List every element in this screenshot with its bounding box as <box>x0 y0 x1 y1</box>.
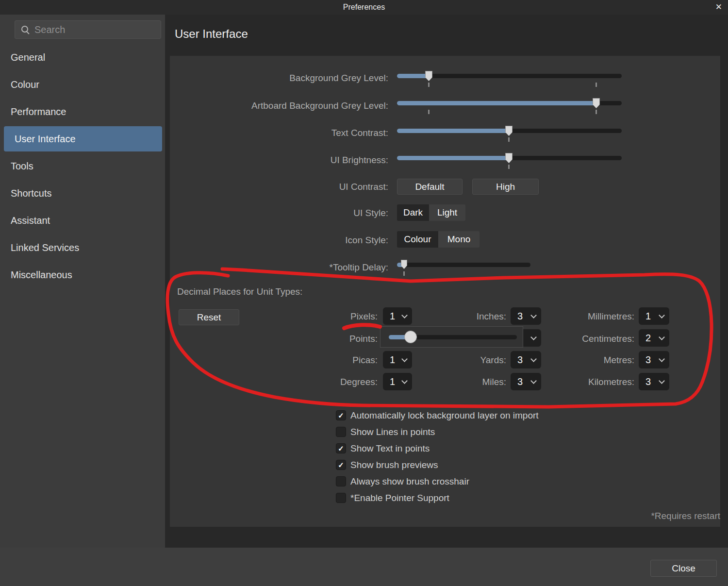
chevron-down-icon <box>530 312 537 318</box>
chevron-down-icon <box>659 356 665 362</box>
points-label: Points: <box>272 334 378 344</box>
title-bar: Preferences ✕ <box>0 0 728 15</box>
sidebar: Search General Colour Performance User I… <box>0 15 165 548</box>
footer-bar <box>0 548 728 586</box>
sidebar-item-user-interface[interactable]: User Interface <box>4 126 162 151</box>
checkbox-label: Automatically lock background layer on i… <box>350 410 539 421</box>
picas-label: Picas: <box>272 355 378 366</box>
checkbox-show-text-in-points[interactable]: ✓ <box>336 443 346 453</box>
ui-contrast-label: UI Contrast: <box>175 182 388 192</box>
millimetres-label: Millimetres: <box>544 311 634 322</box>
slider-default-tick <box>596 110 597 114</box>
ui-brightness-label: UI Brightness: <box>175 155 388 166</box>
centimetres-dropdown[interactable]: 2 <box>639 329 669 347</box>
chevron-down-icon <box>530 378 537 384</box>
inches-dropdown[interactable]: 3 <box>511 307 541 325</box>
ui-contrast-default-button[interactable]: Default <box>397 179 463 195</box>
page-title: User Interface <box>175 27 248 41</box>
slider-default-tick <box>596 83 597 87</box>
chevron-down-icon <box>401 356 408 362</box>
sidebar-item-colour[interactable]: Colour <box>0 71 165 98</box>
checkbox-lock-background-layer[interactable]: ✓ <box>336 410 346 420</box>
chevron-down-icon <box>401 312 408 318</box>
sidebar-item-tools[interactable]: Tools <box>0 152 165 180</box>
degrees-dropdown[interactable]: 1 <box>383 373 412 390</box>
icon-style-colour-segment[interactable]: Colour <box>397 231 438 248</box>
sidebar-item-general[interactable]: General <box>0 44 165 71</box>
degrees-label: Degrees: <box>272 377 378 387</box>
background-grey-level-label: Background Grey Level: <box>175 73 388 84</box>
pixels-label: Pixels: <box>272 311 378 322</box>
chevron-down-icon <box>401 378 408 384</box>
sidebar-item-linked-services[interactable]: Linked Services <box>0 234 165 261</box>
metres-dropdown[interactable]: 3 <box>639 351 669 368</box>
window-title: Preferences <box>343 3 385 12</box>
decimal-places-title: Decimal Places for Unit Types: <box>177 286 371 297</box>
metres-label: Metres: <box>544 355 634 366</box>
inches-label: Inches: <box>417 311 506 322</box>
checkbox-enable-pointer-support[interactable] <box>336 493 346 503</box>
kilometres-label: Kilometres: <box>544 377 634 387</box>
chevron-down-icon <box>530 356 537 362</box>
slider-default-tick <box>428 110 430 114</box>
points-slider-handle[interactable] <box>404 331 417 343</box>
artboard-grey-level-label: Artboard Background Grey Level: <box>175 100 388 111</box>
artboard-grey-level-slider[interactable] <box>397 101 622 105</box>
icon-style-mono-segment[interactable]: Mono <box>438 231 480 248</box>
tooltip-delay-slider[interactable] <box>397 263 530 267</box>
checkbox-show-brush-previews[interactable]: ✓ <box>336 460 346 470</box>
slider-default-tick <box>508 165 510 169</box>
text-contrast-label: Text Contrast: <box>175 128 388 138</box>
yards-dropdown[interactable]: 3 <box>511 351 541 368</box>
reset-button[interactable]: Reset <box>179 309 239 325</box>
search-placeholder: Search <box>34 24 65 35</box>
millimetres-dropdown[interactable]: 1 <box>639 307 669 325</box>
pixels-dropdown[interactable]: 1 <box>383 307 412 325</box>
yards-label: Yards: <box>417 355 506 366</box>
picas-dropdown[interactable]: 1 <box>383 351 412 368</box>
chevron-down-icon <box>659 312 665 318</box>
ui-contrast-high-button[interactable]: High <box>472 179 539 195</box>
window-close-icon[interactable]: ✕ <box>715 2 722 12</box>
miles-dropdown[interactable]: 3 <box>511 373 541 390</box>
kilometres-dropdown[interactable]: 3 <box>639 373 669 390</box>
icon-style-label: Icon Style: <box>175 235 388 246</box>
slider-default-tick <box>508 137 510 142</box>
search-input[interactable]: Search <box>15 20 161 39</box>
checkbox-show-lines-in-points[interactable] <box>336 427 346 437</box>
checkbox-label: Show Lines in points <box>350 427 435 437</box>
ui-style-dark-segment[interactable]: Dark <box>397 204 429 221</box>
miles-label: Miles: <box>417 377 506 387</box>
sidebar-item-performance[interactable]: Performance <box>0 98 165 125</box>
slider-default-tick <box>403 271 405 276</box>
points-slider-popup <box>380 326 523 348</box>
ui-style-light-segment[interactable]: Light <box>429 204 465 221</box>
sidebar-item-shortcuts[interactable]: Shortcuts <box>0 180 165 207</box>
chevron-down-icon <box>659 334 665 340</box>
ui-style-label: UI Style: <box>175 208 388 218</box>
requires-restart-note: *Requires restart <box>575 511 720 521</box>
close-button[interactable]: Close <box>650 560 717 577</box>
sidebar-item-assistant[interactable]: Assistant <box>0 207 165 234</box>
search-icon <box>21 25 30 34</box>
tooltip-delay-label: *Tooltip Delay: <box>175 262 388 273</box>
checkbox-label: Show brush previews <box>350 460 438 470</box>
chevron-down-icon <box>530 334 537 340</box>
slider-default-tick <box>428 83 430 87</box>
chevron-down-icon <box>659 378 665 384</box>
checkbox-always-show-brush-crosshair[interactable] <box>336 476 346 486</box>
checkbox-label: Always show brush crosshair <box>350 476 469 487</box>
centimetres-label: Centimetres: <box>544 334 634 344</box>
checkbox-label: Show Text in points <box>350 443 430 454</box>
checkbox-label: *Enable Pointer Support <box>350 493 449 503</box>
sidebar-item-miscellaneous[interactable]: Miscellaneous <box>0 261 165 288</box>
